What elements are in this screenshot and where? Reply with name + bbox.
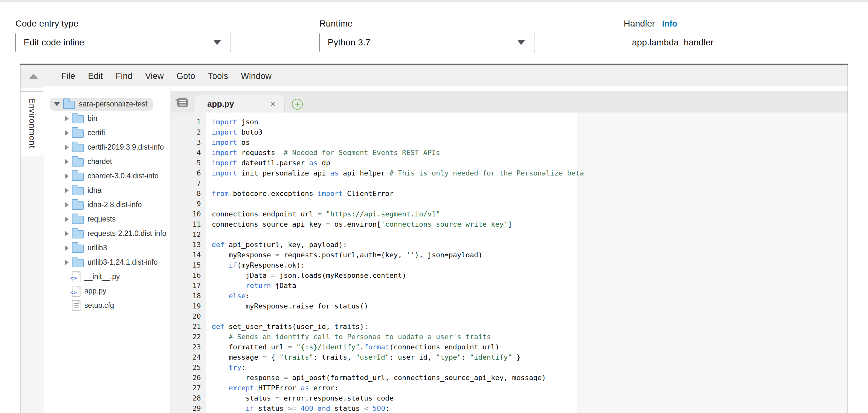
caret-right-icon[interactable] [65,231,69,237]
code-token: try [229,363,242,372]
environment-tab[interactable]: Environment [21,91,44,156]
tree-item-requests-2-21-0-dist-info[interactable]: requests-2.21.0.dist-info [44,226,170,241]
code-token: "identify" [470,353,512,361]
code-line-16: jData = json.loads(myResponse.content) [212,270,847,281]
code-token: def [212,241,224,249]
handler-label-text: Handler [624,19,655,29]
caret-right-icon[interactable] [65,159,69,165]
menu-view[interactable]: View [145,71,164,81]
open-files-list-icon[interactable] [177,98,188,107]
line-number-18: 18 [171,291,206,301]
code-token: status [254,404,288,412]
tree-item-requests[interactable]: requests [44,212,170,226]
menu-edit[interactable]: Edit [88,71,103,81]
code-line-10: connections_endpoint_url = "https://api.… [212,209,847,219]
code-line-23: formatted_url = "{:s}/identify".format(c… [212,342,847,352]
code-token: : [242,363,246,372]
code-token [297,404,301,412]
code-token: = [326,220,330,228]
line-number-9: 9 [171,199,206,209]
code-lines: import jsonimport boto3import osimport r… [206,113,847,413]
tree-item-label: setup.cfg [84,301,114,310]
tree-item-idna[interactable]: idna [44,183,170,198]
editor-pane: app.py × + 12345678910111213141516171819… [171,86,847,413]
close-tab-icon[interactable]: × [270,99,276,109]
tree-item-idna-2-8-dist-info[interactable]: idna-2.8.dist-info [44,198,170,212]
line-number-gutter[interactable]: 1234567891011121314151617181920212223242… [171,113,206,413]
selected-row-highlight: sara-personalize-test [50,98,153,111]
caret-right-icon[interactable] [65,188,69,194]
tree-item-sara-personalize-test[interactable]: sara-personalize-test [44,97,170,111]
code-token: = [275,394,279,402]
tree-item-bin[interactable]: bin [44,111,170,126]
caret-right-icon[interactable] [65,116,69,121]
tree-item-label: idna-2.8.dist-info [88,200,142,209]
handler-info-link[interactable]: Info [662,19,677,29]
code-line-1: import json [212,117,847,127]
code-editor[interactable]: import jsonimport boto3import osimport r… [206,113,847,413]
line-number-20: 20 [171,311,206,322]
menu-find[interactable]: Find [116,71,132,81]
code-entry-type-select[interactable]: Edit code inline [15,33,231,52]
handler-input[interactable] [624,33,839,52]
code-line-25: try: [212,362,847,373]
tree-item-app-py[interactable]: app.py [44,284,170,298]
caret-down-icon[interactable] [54,102,60,106]
menu-window[interactable]: Window [241,71,272,81]
code-token: as [301,384,309,392]
collapse-editor-icon[interactable] [29,74,38,79]
code-token: import [212,128,237,136]
caret-right-icon[interactable] [65,245,69,251]
tree-item-chardet[interactable]: chardet [44,154,170,169]
menu-file[interactable]: File [61,71,75,81]
folder-icon [72,129,84,138]
tree-item-urllib3[interactable]: urllib3 [44,241,170,255]
runtime-select[interactable]: Python 3.7 [319,33,535,52]
code-token: = [262,353,267,361]
caret-right-icon[interactable] [65,216,69,222]
code-token [212,292,229,300]
code-token: import [212,149,237,157]
code-token: import [212,139,237,146]
tree-item-certifi[interactable]: certifi [44,126,170,140]
add-tab-button[interactable]: + [292,99,303,110]
code-token [292,343,297,351]
cloud9-editor-window: FileEditFindViewGotoToolsWindow Environm… [20,64,848,413]
code-token: = [271,271,275,279]
caret-right-icon[interactable] [65,173,69,179]
menu-tools[interactable]: Tools [208,71,228,81]
line-number-8: 8 [171,188,206,199]
tree-item--init-py[interactable]: __init__.py [44,269,170,284]
tree-item-label: requests [88,215,116,224]
caret-right-icon[interactable] [65,130,69,136]
tree-item-label: chardet-3.0.4.dist-info [88,172,158,180]
menu-goto[interactable]: Goto [177,71,195,81]
tab-app-py[interactable]: app.py × [193,95,284,113]
tree-item-setup-cfg[interactable]: setup.cfg [44,298,170,313]
line-number-7: 7 [171,178,206,188]
code-token [321,210,326,218]
code-line-3: import os [212,138,847,148]
tree-item-chardet-3-0-4-dist-info[interactable]: chardet-3.0.4.dist-info [44,169,170,183]
code-token: error: [309,384,339,392]
folder-icon [72,230,84,238]
caret-right-icon[interactable] [65,145,69,150]
code-token: and [317,404,330,412]
code-token: # This is only needed for the Personaliz… [389,169,584,177]
code-token: return [246,282,271,290]
code-token: = [288,343,292,351]
code-token [212,333,229,341]
code-token [368,404,372,412]
caret-right-icon[interactable] [65,202,69,208]
code-token: if [229,261,237,269]
code-token: boto3 [237,128,262,136]
tree-item-urllib3-1-24-1-dist-info[interactable]: urllib3-1.24.1.dist-info [44,255,170,269]
folder-icon [72,158,84,167]
code-token: ), json=payload) [415,251,483,259]
code-token: formatted_url [212,343,288,351]
tree-item-label: certifi [88,128,105,137]
code-token: (myResponse.ok): [237,261,305,269]
tree-item-certifi-2019-3-9-dist-info[interactable]: certifi-2019.3.9.dist-info [44,140,170,154]
caret-right-icon[interactable] [65,260,69,265]
code-token: < [364,404,368,412]
